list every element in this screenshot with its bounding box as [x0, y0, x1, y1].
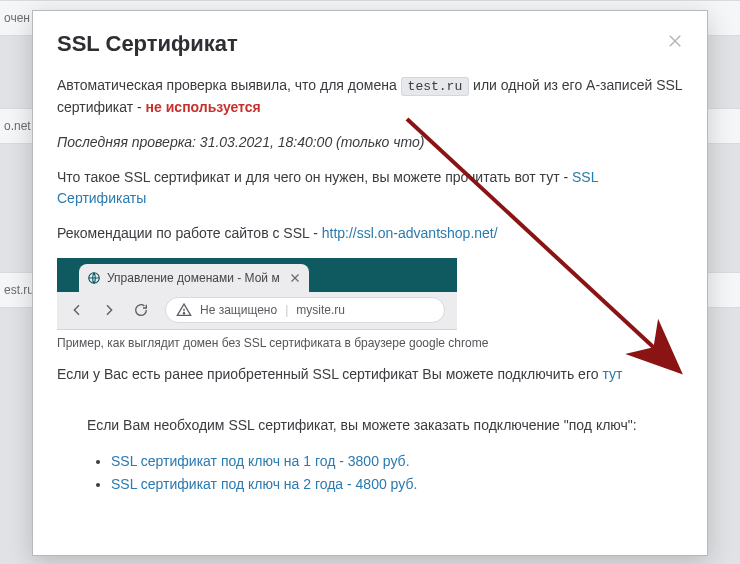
connect-cert-link[interactable]: тут	[602, 366, 622, 382]
globe-icon	[87, 271, 101, 285]
svg-point-6	[183, 313, 184, 314]
insecure-label: Не защищено	[200, 303, 277, 317]
domain-chip: test.ru	[401, 77, 470, 96]
plan-2yr-link[interactable]: SSL сертификат под ключ на 2 года - 4800…	[111, 476, 417, 492]
order-intro-text: Если Вам необходим SSL сертификат, вы мо…	[87, 415, 683, 436]
forward-icon	[101, 302, 117, 318]
browser-tab: Управление доменами - Мой м	[79, 264, 309, 292]
ssl-recom-link[interactable]: http://ssl.on-advantshop.net/	[322, 225, 498, 241]
recommendations-text: Рекомендации по работе сайтов с SSL - ht…	[57, 223, 683, 244]
address-text: mysite.ru	[296, 303, 345, 317]
browser-address-bar: Не защищено | mysite.ru	[57, 292, 457, 330]
list-item: SSL сертификат под ключ на 1 год - 3800 …	[111, 450, 683, 474]
last-check-text: Последняя проверка: 31.03.2021, 18:40:00…	[57, 132, 683, 153]
close-tab-icon	[289, 272, 301, 284]
browser-mock: Управление доменами - Мой м	[57, 258, 457, 330]
close-icon[interactable]	[663, 29, 687, 53]
not-used-label: не используется	[146, 99, 261, 115]
back-icon	[69, 302, 85, 318]
auto-check-text: Автоматическая проверка выявила, что для…	[57, 75, 683, 118]
whatis-text: Что такое SSL сертификат и для чего он н…	[57, 167, 683, 209]
existing-cert-text: Если у Вас есть ранее приобретенный SSL …	[57, 364, 683, 385]
warning-icon	[176, 302, 192, 318]
plans-list: SSL сертификат под ключ на 1 год - 3800 …	[111, 450, 683, 498]
modal-title: SSL Сертификат	[57, 31, 683, 57]
ssl-modal: SSL Сертификат Автоматическая проверка в…	[32, 10, 708, 556]
plan-1yr-link[interactable]: SSL сертификат под ключ на 1 год - 3800 …	[111, 453, 410, 469]
reload-icon	[133, 302, 149, 318]
browser-tab-title: Управление доменами - Мой м	[107, 271, 283, 285]
browser-tabs-bar: Управление доменами - Мой м	[57, 258, 457, 292]
list-item: SSL сертификат под ключ на 2 года - 4800…	[111, 473, 683, 497]
address-field: Не защищено | mysite.ru	[165, 297, 445, 323]
browser-caption: Пример, как выглядит домен без SSL серти…	[57, 336, 683, 350]
svg-line-7	[407, 119, 677, 369]
